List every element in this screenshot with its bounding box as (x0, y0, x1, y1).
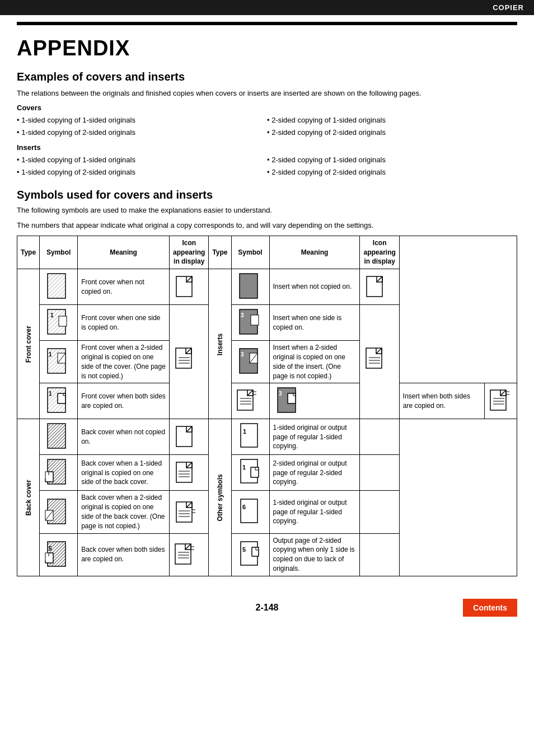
svg-text:1: 1 (243, 428, 246, 435)
svg-line-38 (247, 390, 253, 396)
main-content: APPENDIX Examples of covers and inserts … (0, 25, 534, 588)
covers-left-col: 1-sided copying of 1-sided originals 1-s… (17, 114, 267, 139)
svg-rect-11 (176, 348, 191, 368)
svg-rect-88 (175, 544, 191, 564)
svg-line-64 (186, 462, 192, 468)
svg-rect-82 (241, 499, 257, 523)
meaning-front-2sided: Front cover when a 2-sided original is c… (78, 341, 170, 383)
covers-list: 1-sided copying of 1-sided originals 1-s… (17, 114, 517, 139)
meaning-front-plain: Front cover when not copied on. (78, 269, 170, 305)
icon-front-plain (170, 269, 209, 305)
symbol-back-2sided (40, 491, 78, 533)
th-meaning-left: Meaning (78, 236, 170, 269)
svg-text:5: 5 (242, 546, 246, 553)
icon-front-both (231, 383, 269, 419)
svg-line-48 (500, 390, 506, 396)
meaning-insert-plain: Insert when not copied on. (269, 269, 360, 305)
covers-right-list: 2-sided copying of 1-sided originals 2-s… (267, 114, 517, 139)
th-icon-left: Iconappearingin display (170, 236, 209, 269)
svg-rect-58 (241, 424, 257, 447)
symbol-front-plain (40, 269, 78, 305)
symbol-other-6: 6 (231, 491, 269, 533)
meaning-other-2sided: 2-sided original or output page of regul… (269, 455, 360, 491)
icon-back-2sided (170, 491, 209, 533)
list-item: 2-sided copying of 1-sided originals (267, 114, 517, 126)
contents-button[interactable]: Contents (463, 599, 517, 617)
svg-rect-70 (251, 467, 259, 477)
table-row: Back cover when a 1-sided original is co… (17, 455, 517, 491)
section2-intro2: The numbers that appear indicate what or… (17, 220, 517, 231)
svg-rect-37 (237, 390, 253, 410)
meaning-other-6: 1-sided original or output page of regul… (269, 491, 360, 533)
svg-rect-19 (366, 348, 382, 368)
svg-rect-2 (176, 276, 192, 297)
section2-intro1: The following symbols are used to make t… (17, 205, 517, 216)
th-icon-right: Iconappearingin display (360, 236, 399, 269)
inserts-heading: Inserts (17, 143, 517, 152)
symbol-front-1side: 1 (40, 305, 78, 341)
svg-rect-10 (59, 316, 67, 326)
header-label: COPIER (493, 3, 524, 12)
svg-rect-55 (48, 424, 65, 448)
svg-line-12 (186, 348, 191, 354)
table-row: Back cover when a 2-sided original is co… (17, 491, 517, 533)
symbol-insert-plain (231, 269, 269, 305)
icon-insert-plain (360, 269, 399, 305)
icon-back-1side (170, 455, 209, 491)
inserts-right-col: 2-sided copying of 1-sided originals 2-s… (267, 154, 517, 179)
icon-other-2sided (360, 455, 399, 491)
svg-text:6: 6 (242, 504, 246, 510)
header-bar: COPIER (0, 0, 534, 15)
table-row: 1 Front cover when both sides are copied… (17, 383, 517, 419)
section1-title: Examples of covers and inserts (17, 71, 517, 83)
meaning-front-both: Front cover when both sides are copied o… (78, 383, 170, 419)
icon-insert-both (484, 383, 517, 419)
symbols-table: Type Symbol Meaning Iconappearingin disp… (17, 236, 517, 576)
meaning-insert-2sided: Insert when a 2-sided original is copied… (269, 341, 360, 383)
svg-rect-46 (288, 393, 296, 403)
symbol-front-both: 1 (40, 383, 78, 419)
svg-text:1: 1 (242, 464, 246, 471)
inserts-left-col: 1-sided copying of 1-sided originals 1-s… (17, 154, 267, 179)
list-item: 1-sided copying of 2-sided originals (17, 166, 267, 179)
symbol-back-both: 5 (40, 533, 78, 576)
table-row: 1 Front cover when one side is copied on… (17, 305, 517, 341)
icon-other-6 (360, 491, 399, 533)
svg-rect-36 (58, 393, 65, 403)
symbol-front-2sided: 1 (40, 341, 78, 383)
list-item: 2-sided copying of 2-sided originals (267, 126, 517, 139)
svg-line-57 (186, 426, 192, 432)
meaning-insert-1side: Insert when one side is copied on. (269, 305, 360, 341)
symbol-other-1: 1 (231, 419, 269, 455)
th-symbol-left: Symbol (40, 236, 78, 269)
icon-other-1 (360, 419, 399, 455)
symbol-insert-2sided: 3 (231, 341, 269, 383)
svg-text:3: 3 (241, 312, 244, 318)
symbol-other-2sided: 1 (231, 455, 269, 491)
svg-text:1: 1 (49, 351, 52, 358)
table-row: 1 Front cover when a 2-sided original is… (17, 341, 517, 383)
svg-line-76 (186, 502, 192, 508)
svg-rect-63 (176, 462, 192, 482)
svg-line-20 (376, 348, 382, 354)
type-other-symbols: Other symbols (209, 419, 231, 576)
page-number: 2-148 (184, 603, 350, 613)
svg-rect-56 (176, 426, 192, 447)
svg-rect-97 (252, 547, 259, 556)
svg-rect-1 (48, 274, 65, 298)
table-row: 5 Back cover when both sides are copied … (17, 533, 517, 576)
list-item: 1-sided copying of 1-sided originals (17, 114, 267, 126)
icon-insert-1side-shared (360, 305, 399, 419)
meaning-back-1side: Back cover when a 1-sided original is co… (78, 455, 170, 491)
svg-text:1: 1 (50, 312, 54, 318)
meaning-front-1side: Front cover when one side is copied on. (78, 305, 170, 341)
meaning-other-5: Output page of 2-sided copying when only… (269, 533, 360, 576)
symbol-insert-both: 3 (269, 383, 360, 419)
svg-rect-4 (240, 274, 257, 298)
type-inserts: Inserts (209, 269, 231, 419)
svg-rect-47 (490, 390, 506, 410)
inserts-list: 1-sided copying of 1-sided originals 1-s… (17, 154, 517, 179)
section1-intro: The relations between the originals and … (17, 88, 517, 99)
meaning-back-plain: Back cover when not copied on. (78, 419, 170, 455)
table-row: Front cover Front cover when not copied … (17, 269, 517, 305)
